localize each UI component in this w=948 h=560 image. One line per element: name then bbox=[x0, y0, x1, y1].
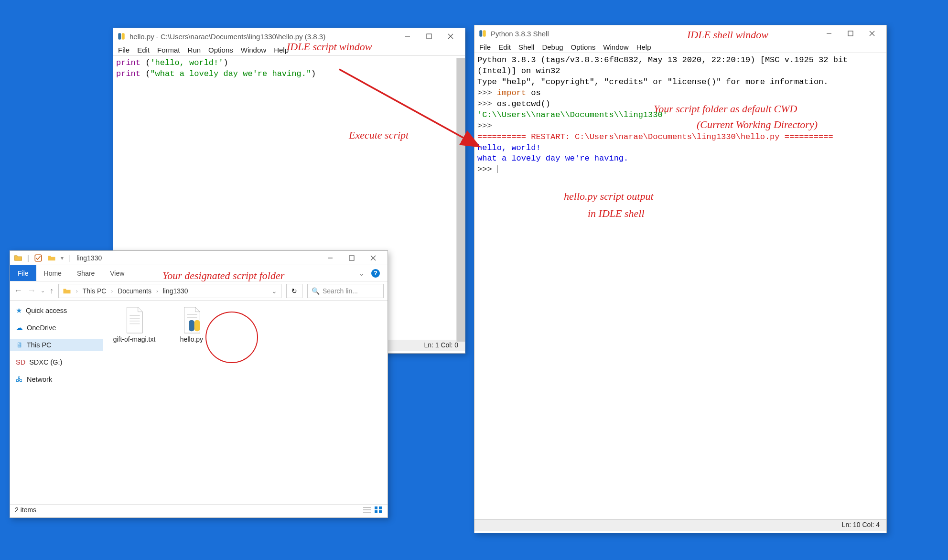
annotation-shell-window: IDLE shell window bbox=[687, 29, 768, 41]
text-cursor bbox=[497, 165, 497, 173]
script-title: hello.py - C:\Users\narae\Documents\ling… bbox=[129, 32, 393, 41]
svg-rect-23 bbox=[189, 320, 194, 331]
explorer-navrow: ← → ⌄ ↑ › This PC › Documents › ling1330… bbox=[10, 281, 388, 301]
shell-banner: Type "help", "copyright", "credits" or "… bbox=[477, 77, 829, 86]
restart-line: ========== RESTART: C:\Users\narae\Docum… bbox=[477, 132, 833, 141]
shell-titlebar[interactable]: Python 3.8.3 Shell bbox=[474, 25, 886, 42]
minimize-button[interactable] bbox=[818, 26, 840, 41]
help-icon[interactable]: ? bbox=[371, 269, 380, 278]
svg-rect-9 bbox=[848, 31, 853, 36]
prompt: >>> bbox=[477, 165, 497, 174]
up-button[interactable]: ↑ bbox=[50, 287, 54, 295]
details-view-icon[interactable] bbox=[363, 506, 371, 514]
tab-file[interactable]: File bbox=[10, 265, 36, 281]
icons-view-icon[interactable] bbox=[374, 506, 383, 514]
nav-sdxc[interactable]: SDSDXC (G:) bbox=[10, 356, 103, 368]
close-button[interactable] bbox=[362, 250, 384, 266]
code-token: os bbox=[526, 88, 541, 97]
menu-options[interactable]: Options bbox=[208, 46, 233, 54]
nav-this-pc[interactable]: 🖥This PC bbox=[10, 339, 103, 351]
view-switcher[interactable] bbox=[363, 506, 383, 516]
menu-file[interactable]: File bbox=[118, 46, 129, 54]
nav-label: OneDrive bbox=[27, 324, 56, 332]
chevron-right-icon[interactable]: › bbox=[111, 288, 113, 294]
svg-rect-1 bbox=[122, 33, 125, 40]
shell-output-area[interactable]: Python 3.8.3 (tags/v3.8.3:6f8c832, May 1… bbox=[474, 53, 886, 519]
tab-view[interactable]: View bbox=[102, 265, 132, 281]
sd-icon: SD bbox=[16, 358, 25, 366]
minimize-button[interactable] bbox=[319, 250, 341, 266]
breadcrumb-item[interactable]: This PC bbox=[83, 287, 107, 295]
search-placeholder: Search lin... bbox=[323, 287, 358, 295]
menu-file[interactable]: File bbox=[479, 43, 491, 51]
tab-share[interactable]: Share bbox=[69, 265, 102, 281]
back-button[interactable]: ← bbox=[14, 286, 22, 296]
code-token: ) bbox=[311, 69, 316, 78]
breadcrumb-item[interactable]: Documents bbox=[118, 287, 151, 295]
nav-network[interactable]: 🖧Network bbox=[10, 373, 103, 386]
prompt: >>> bbox=[477, 121, 497, 130]
status-text: Ln: 1 Col: 0 bbox=[424, 341, 458, 349]
chevron-right-icon[interactable]: › bbox=[156, 288, 158, 294]
menu-format[interactable]: Format bbox=[157, 46, 180, 54]
close-button[interactable] bbox=[440, 29, 461, 44]
maximize-button[interactable] bbox=[840, 26, 861, 41]
nav-quick-access[interactable]: ★Quick access bbox=[10, 304, 103, 317]
prompt: >>> bbox=[477, 88, 497, 97]
svg-rect-7 bbox=[483, 30, 486, 37]
svg-rect-12 bbox=[35, 255, 42, 261]
output-cwd: 'C:\\Users\\narae\\Documents\\ling1330' bbox=[477, 110, 668, 119]
menu-help[interactable]: Help bbox=[636, 43, 651, 51]
code-token: os.getcwd() bbox=[497, 99, 550, 108]
menu-edit[interactable]: Edit bbox=[137, 46, 150, 54]
explorer-statusbar: 2 items bbox=[10, 504, 388, 517]
menu-debug[interactable]: Debug bbox=[542, 43, 563, 51]
code-token: 'hello, world!' bbox=[150, 58, 223, 67]
search-input[interactable]: 🔍 Search lin... bbox=[307, 284, 384, 298]
minimize-button[interactable] bbox=[397, 29, 418, 44]
scrollbar[interactable] bbox=[456, 58, 465, 342]
chevron-down-icon[interactable]: ⌄ bbox=[271, 287, 277, 295]
cloud-icon: ☁ bbox=[16, 324, 23, 332]
annotation-execute: Execute script bbox=[349, 129, 409, 141]
recent-dropdown[interactable]: ⌄ bbox=[41, 288, 45, 294]
explorer-qat: | ▾ | ling1330 bbox=[10, 251, 388, 265]
forward-button[interactable]: → bbox=[27, 286, 36, 296]
tab-home[interactable]: Home bbox=[36, 265, 69, 281]
status-count: 2 items bbox=[15, 506, 36, 516]
status-text: Ln: 10 Col: 4 bbox=[842, 521, 880, 528]
menu-edit[interactable]: Edit bbox=[498, 43, 511, 51]
breadcrumb[interactable]: › This PC › Documents › ling1330 ⌄ bbox=[58, 284, 281, 298]
file-item-txt[interactable]: gift-of-magi.txt bbox=[113, 306, 156, 343]
python-icon bbox=[117, 32, 126, 41]
code-token: import bbox=[497, 88, 526, 97]
folder-small-icon[interactable] bbox=[47, 254, 56, 262]
checkbox-icon[interactable] bbox=[34, 254, 43, 262]
menu-run[interactable]: Run bbox=[188, 46, 201, 54]
close-button[interactable] bbox=[861, 26, 883, 41]
maximize-button[interactable] bbox=[341, 250, 362, 266]
menu-window[interactable]: Window bbox=[603, 43, 628, 51]
star-icon: ★ bbox=[16, 307, 22, 314]
text-file-icon bbox=[123, 306, 146, 334]
menu-window[interactable]: Window bbox=[241, 46, 266, 54]
svg-rect-14 bbox=[349, 256, 354, 260]
shell-menubar: File Edit Shell Debug Options Window Hel… bbox=[474, 42, 886, 53]
network-icon: 🖧 bbox=[16, 376, 23, 383]
chevron-right-icon[interactable]: › bbox=[76, 288, 78, 294]
code-token: print bbox=[116, 69, 145, 78]
menu-shell[interactable]: Shell bbox=[518, 43, 534, 51]
chevron-down-icon[interactable]: ▾ bbox=[61, 255, 64, 261]
menu-options[interactable]: Options bbox=[571, 43, 596, 51]
explorer-title: ling1330 bbox=[76, 254, 102, 262]
refresh-button[interactable]: ↻ bbox=[286, 284, 302, 298]
annotation-circle bbox=[205, 312, 258, 363]
maximize-button[interactable] bbox=[418, 29, 440, 44]
chevron-down-icon[interactable]: ⌄ bbox=[359, 269, 365, 277]
shell-statusbar: Ln: 10 Col: 4 bbox=[474, 519, 886, 531]
idle-shell-window: Python 3.8.3 Shell File Edit Shell Debug… bbox=[474, 25, 887, 533]
file-label: gift-of-magi.txt bbox=[113, 335, 156, 343]
search-icon: 🔍 bbox=[312, 287, 320, 295]
nav-onedrive[interactable]: ☁OneDrive bbox=[10, 322, 103, 334]
breadcrumb-item[interactable]: ling1330 bbox=[163, 287, 188, 295]
